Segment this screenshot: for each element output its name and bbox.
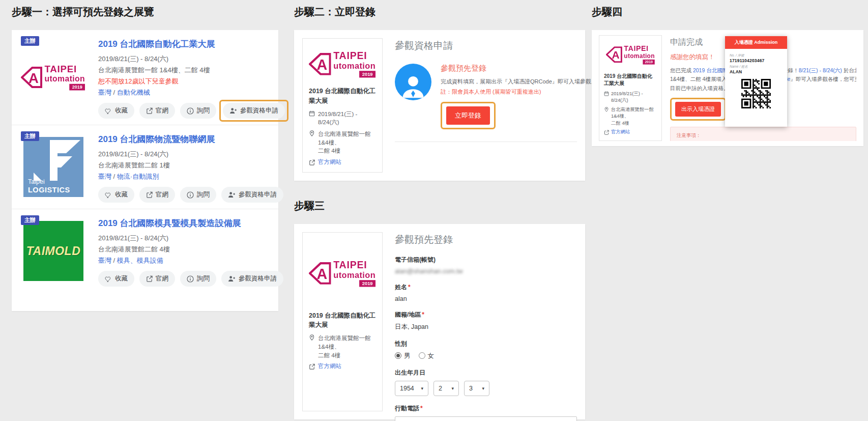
- calendar-icon: [604, 91, 609, 96]
- step1-heading: 步驟一：選擇可預先登錄之展覽: [12, 5, 278, 19]
- exhibition-card-automation: 主辦 A TAIPEI utomation 2019: [12, 30, 278, 125]
- birth-day-select[interactable]: 3▾: [464, 381, 489, 396]
- automation-emblem-icon: A: [309, 262, 331, 285]
- summary-title: 2019 台北國際自動化工業大展: [309, 311, 376, 329]
- summary-venue: 台北南港展覽館一館 1&4樓、二館 4樓: [309, 334, 376, 359]
- step1-panel: 主辦 A TAIPEI utomation 2019: [12, 30, 278, 311]
- birth-month-select[interactable]: 2▾: [433, 381, 459, 396]
- official-site-link[interactable]: 官方網站: [318, 158, 341, 166]
- step4-panel: A TAIPEI utomation 2019 2019 台北國際自動化工業大展…: [592, 30, 863, 146]
- automation-logo: A TAIPEI utomation 2019: [21, 65, 86, 90]
- show-admission-button[interactable]: 出示入場憑證: [675, 102, 721, 117]
- nationality-value: 日本, Japan: [395, 323, 577, 331]
- category-link[interactable]: 物流·自動識別: [117, 173, 159, 180]
- website-button[interactable]: 官網: [139, 187, 175, 203]
- pre-registration-description: 完成資料填寫，展期出示『入場憑證QRCode』即可入場參觀。: [441, 78, 597, 86]
- apply-button[interactable]: 參觀資格申請: [221, 271, 283, 287]
- inquire-button[interactable]: 詢問: [180, 187, 216, 203]
- favorite-button[interactable]: 收藏: [98, 271, 134, 287]
- automation-logo: A TAIPEI utomation 2019: [309, 51, 377, 77]
- summary-venue: 台北南港展覽館一館 1&4樓、二館 4樓: [309, 130, 376, 155]
- register-highlight-box: 立即登錄: [441, 102, 496, 129]
- taimold-logo: TAIMOLD: [23, 221, 83, 281]
- external-link-icon: [309, 159, 315, 165]
- official-site-link[interactable]: 官方網站: [611, 129, 630, 135]
- action-row: 收藏 官網 詢問 參觀資格申請: [98, 103, 269, 119]
- calendar-icon: [309, 110, 315, 117]
- pre-registration-note: 註：限會員本人使用 (展期皆可重複進出): [441, 88, 597, 96]
- radio-selected-icon: [395, 352, 401, 359]
- automation-emblem-icon: A: [309, 53, 331, 75]
- heart-icon: [105, 275, 112, 283]
- admission-name-value: ALAN: [730, 69, 783, 74]
- admission-name-label: Name / 姓名: [730, 65, 783, 69]
- region-link[interactable]: 臺灣: [98, 173, 111, 180]
- notice-title: 注意事項：: [677, 131, 850, 140]
- favorite-button[interactable]: 收藏: [98, 187, 134, 203]
- logistics-logo: Taipei LOGISTICS: [23, 137, 83, 197]
- action-row: 收藏 官網 詢問 參觀資格申請: [98, 187, 269, 203]
- svg-text:A: A: [28, 70, 39, 86]
- phone-input[interactable]: [395, 416, 577, 421]
- official-site-row: 官方網站: [604, 129, 657, 135]
- summary-date: 2019/8/21(三) - 8/24(六): [604, 91, 657, 104]
- exhibition-summary-card: A TAIPEI utomation 2019 2019 台北國際自動化工業大展…: [302, 38, 383, 173]
- exhibition-card-taimold: 主辦 TAIMOLD 2019 台北國際模具暨模具製造設備展 2019/8/21…: [12, 209, 278, 293]
- apply-button[interactable]: 參觀資格申請: [221, 187, 283, 203]
- notice-box: 注意事項： 1. 完成[參觀預先登錄]後可至【會員中心-入場資格】查看QRCod…: [670, 127, 856, 141]
- pre-registration-title: 參觀預先登錄: [441, 64, 597, 73]
- admission-card: 入場憑證 Admission No. / 序號 17191104203467 N…: [725, 36, 787, 127]
- form-title: 參觀預先登錄: [395, 233, 577, 246]
- step2-heading: 步驟二：立即登錄: [294, 5, 585, 19]
- official-site-link[interactable]: 官方網站: [318, 362, 341, 370]
- category-link[interactable]: 模具、模具設備: [117, 257, 163, 264]
- exhibition-summary-card: A TAIPEI utomation 2019 2019 台北國際自動化工業大展…: [302, 232, 383, 411]
- favorite-button[interactable]: 收藏: [98, 103, 134, 119]
- gender-female-radio[interactable]: 女: [419, 352, 435, 360]
- location-pin-icon: [309, 130, 315, 136]
- step4-column: 步驟四 A TAIPEI utomation 2019: [592, 5, 863, 146]
- info-icon: [187, 107, 194, 115]
- automation-logo: A TAIPEI utomation 2019: [606, 45, 655, 64]
- exhibition-title-link[interactable]: 2019 台北國際模具暨模具製造設備展: [98, 217, 269, 229]
- birth-year-select[interactable]: 1954▾: [395, 381, 428, 396]
- nationality-label: 國籍/地區*: [395, 311, 577, 319]
- admission-no-label: No. / 序號: [730, 53, 783, 58]
- gender-male-radio[interactable]: 男: [395, 352, 411, 360]
- name-value: alan: [395, 295, 577, 302]
- svg-text:A: A: [612, 49, 619, 61]
- apply-button[interactable]: 參觀資格申請: [223, 103, 285, 119]
- exhibition-venue: 台北南港展覽館一館 1&4樓、二館 4樓: [98, 65, 269, 76]
- email-label: 電子信箱(帳號): [395, 256, 577, 264]
- phone-field-group: 行動電話*: [395, 404, 577, 421]
- exhibition-title-link[interactable]: 2019 台北國際自動化工業大展: [98, 38, 269, 50]
- exhibition-date: 2019/8/21(三) - 8/24(六): [98, 149, 269, 160]
- external-link-icon: [146, 191, 153, 198]
- region-link[interactable]: 臺灣: [98, 89, 111, 96]
- official-site-row: 官方網站: [309, 158, 376, 166]
- inquire-button[interactable]: 詢問: [180, 271, 216, 287]
- inquire-button[interactable]: 詢問: [180, 103, 216, 119]
- show-admission-highlight-box: 出示入場憑證: [670, 98, 726, 121]
- automation-emblem-icon: A: [21, 67, 42, 88]
- exhibition-venue: 台北南港展覽館二館 1樓: [98, 160, 269, 171]
- exhibition-region-line: 臺灣 / 自動化機械: [98, 87, 269, 98]
- website-button[interactable]: 官網: [139, 271, 175, 287]
- notice-item: 1. 完成[參觀預先登錄]後可至【會員中心-入場資格】查看QRCode使用狀況。: [677, 140, 850, 142]
- gender-label: 性別: [395, 340, 577, 348]
- svg-text:A: A: [316, 266, 327, 282]
- region-link[interactable]: 臺灣: [98, 257, 111, 264]
- name-label: 姓名*: [395, 283, 577, 292]
- apply-highlight-box: 參觀資格申請: [219, 100, 288, 122]
- exhibition-date: 2019/8/21(三) - 8/24(六): [98, 233, 269, 244]
- organizer-badge: 主辦: [21, 131, 39, 141]
- external-link-icon: [309, 363, 315, 370]
- summary-title: 2019 台北國際自動化工業大展: [309, 87, 376, 105]
- exhibition-title-link[interactable]: 2019 台北國際物流暨物聯網展: [98, 133, 269, 145]
- category-link[interactable]: 自動化機械: [117, 89, 150, 96]
- exhibition-age-note: 恕不開放12歲以下兒童參觀: [98, 76, 269, 87]
- summary-title: 2019 台北國際自動化工業大展: [604, 73, 657, 88]
- step3-heading: 步驟三: [294, 199, 585, 213]
- register-now-button[interactable]: 立即登錄: [446, 106, 490, 125]
- website-button[interactable]: 官網: [139, 103, 175, 119]
